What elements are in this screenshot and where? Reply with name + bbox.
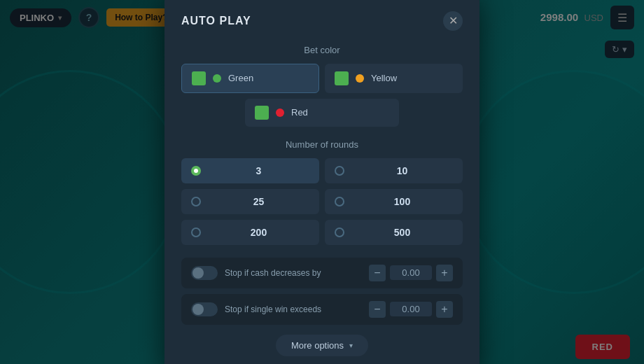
round-option-3[interactable]: 3 (181, 158, 319, 183)
stop-cash-row: Stop if cash decreases by − 0.00 + (181, 258, 463, 288)
round-value-25: 25 (208, 196, 309, 207)
stop-cash-label: Stop if cash decreases by (225, 268, 362, 278)
color-label-yellow: Yellow (371, 73, 397, 83)
color-option-red[interactable]: Red (245, 99, 399, 127)
color-dot-yellow (356, 74, 364, 83)
color-label-red: Red (291, 107, 308, 118)
round-value-500: 500 (351, 227, 453, 238)
stop-cash-value: 0.00 (390, 265, 432, 280)
color-square-red (255, 106, 269, 120)
more-options-chevron: ▾ (349, 342, 353, 349)
color-option-yellow[interactable]: Yellow (325, 64, 463, 93)
round-value-200: 200 (208, 227, 309, 238)
round-option-500[interactable]: 500 (325, 220, 463, 245)
bet-color-label: Bet color (181, 45, 463, 55)
round-radio-10 (335, 166, 344, 176)
stop-win-control: − 0.00 + (369, 301, 453, 318)
round-value-100: 100 (351, 196, 453, 207)
modal-header: AUTO PLAY ✕ (181, 11, 463, 31)
round-option-25[interactable]: 25 (181, 189, 319, 214)
color-dot-green (213, 74, 221, 83)
round-radio-200 (191, 227, 201, 237)
stop-cash-minus[interactable]: − (369, 265, 386, 281)
stop-cash-plus[interactable]: + (436, 265, 453, 281)
stop-win-plus[interactable]: + (436, 301, 453, 318)
more-options-row: More options ▾ (181, 335, 463, 356)
stop-win-toggle[interactable] (191, 302, 218, 316)
stop-cash-toggle-knob (192, 267, 204, 279)
round-option-100[interactable]: 100 (325, 189, 463, 214)
color-square-green (192, 71, 206, 85)
stop-win-toggle-knob (192, 304, 204, 315)
round-value-10: 10 (351, 165, 453, 176)
stop-cash-control: − 0.00 + (369, 265, 453, 281)
stop-win-value: 0.00 (390, 302, 432, 316)
stop-win-label: Stop if single win exceeds (225, 304, 362, 314)
color-label-green: Green (228, 73, 253, 83)
round-value-3: 3 (208, 165, 309, 176)
autoplay-modal: AUTO PLAY ✕ Bet color Green Yellow (164, 0, 479, 364)
stop-win-minus[interactable]: − (369, 301, 386, 318)
round-radio-500 (335, 227, 344, 237)
color-option-green[interactable]: Green (181, 64, 319, 93)
modal-overlay: AUTO PLAY ✕ Bet color Green Yellow (0, 0, 644, 364)
stop-cash-toggle[interactable] (191, 266, 218, 280)
more-options-button[interactable]: More options ▾ (276, 335, 368, 356)
round-radio-3 (191, 166, 201, 176)
bet-color-row3: Red (181, 99, 463, 127)
modal-title: AUTO PLAY (181, 15, 251, 27)
rounds-label: Number of rounds (181, 139, 463, 150)
bet-color-grid: Green Yellow (181, 64, 463, 93)
close-button[interactable]: ✕ (443, 11, 463, 31)
color-dot-red (276, 108, 284, 117)
stop-win-row: Stop if single win exceeds − 0.00 + (181, 294, 463, 325)
more-options-label: More options (291, 340, 344, 351)
round-option-10[interactable]: 10 (325, 158, 463, 183)
round-radio-25 (191, 197, 201, 206)
round-radio-100 (335, 197, 344, 206)
rounds-grid: 3 10 25 100 200 500 (181, 158, 463, 245)
round-option-200[interactable]: 200 (181, 220, 319, 245)
color-square-yellow (335, 71, 349, 85)
